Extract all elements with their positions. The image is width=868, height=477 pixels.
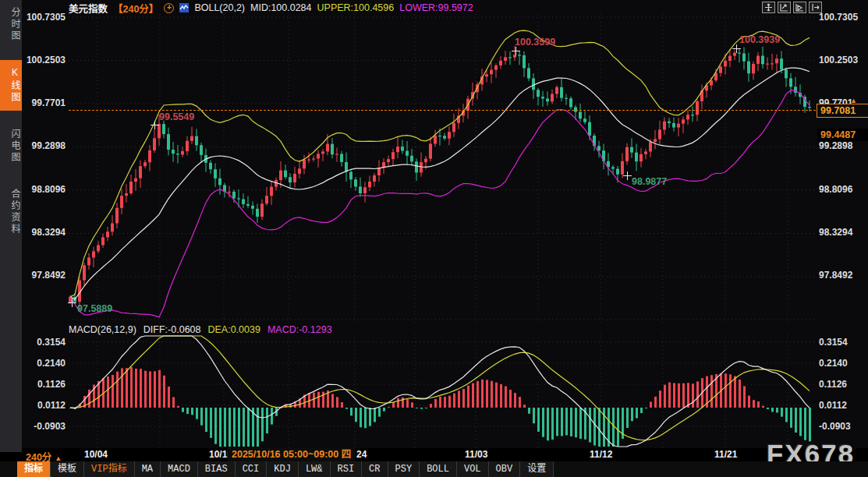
price-tick-left: 98.3294 xyxy=(22,227,66,238)
sidebar: 分时图K线图闪电图合约资料 xyxy=(0,0,22,452)
boll-lower-value: LOWER:99.5972 xyxy=(399,2,473,13)
period-badge[interactable]: 【240分】 xyxy=(113,1,158,16)
candlestick-plot[interactable] xyxy=(69,14,816,325)
current-price-label: 99.7081 xyxy=(817,104,868,118)
toolbar-item-VOL[interactable]: VOL xyxy=(457,461,489,477)
crosshair-marker-icon xyxy=(151,121,159,129)
chart-app: 分时图K线图闪电图合约资料 美元指数 【240分】 + BOLL(20,2) M… xyxy=(0,0,868,477)
price-tick-right: 97.8492 xyxy=(819,270,867,281)
secondary-price-label: 99.4487 xyxy=(817,129,868,141)
toolbar-item-模板[interactable]: 模板 xyxy=(51,461,84,477)
main-gridlines xyxy=(69,14,816,325)
toolbar-item-MACD[interactable]: MACD xyxy=(161,461,198,477)
boll-upper-value: UPPER:100.4596 xyxy=(317,2,395,13)
boll-lower-line xyxy=(70,90,810,317)
date-label: 11/12 xyxy=(590,449,612,460)
candles xyxy=(69,46,811,311)
date-label: 10/04 xyxy=(84,449,108,460)
price-tick-left: 97.8492 xyxy=(22,270,66,281)
toolbar-item-指标[interactable]: 指标 xyxy=(17,461,51,477)
toolbar-item-BIAS[interactable]: BIAS xyxy=(198,461,236,477)
price-tick-right: 100.2503 xyxy=(819,55,867,65)
price-tick-right: 0.0112 xyxy=(819,400,867,411)
price-annotation: 97.5889 xyxy=(77,303,112,314)
macd-diff-value: DIFF:-0.0608 xyxy=(143,324,201,335)
boll-mid-value: MID:100.0284 xyxy=(250,2,312,13)
toolbar-item-LW&[interactable]: LW& xyxy=(299,461,331,477)
macd-name: MACD(26,12,9) xyxy=(69,324,136,335)
price-tick-left: 0.3154 xyxy=(22,337,66,348)
crosshair-marker-icon xyxy=(68,299,76,307)
price-tick-right: 0.2140 xyxy=(819,358,867,369)
price-tick-left: 99.2898 xyxy=(22,140,66,151)
move-icon[interactable] xyxy=(762,2,775,13)
pan-axis-icon[interactable] xyxy=(793,2,806,13)
toolbar-item-MA[interactable]: MA xyxy=(135,461,161,477)
toolbar-item-BOLL[interactable]: BOLL xyxy=(420,461,457,477)
price-tick-left: 100.2503 xyxy=(22,55,66,65)
window-icons xyxy=(762,2,822,13)
link-circle-icon[interactable]: + xyxy=(164,3,174,13)
price-tick-right: 0.3154 xyxy=(819,337,867,348)
price-tick-left: 0.2140 xyxy=(22,358,66,369)
date-label: 11/21 xyxy=(714,449,737,460)
price-annotation: 99.5549 xyxy=(159,111,194,122)
sidebar-tab-4[interactable]: 合约资料 xyxy=(0,182,22,242)
date-label: 24 xyxy=(356,449,367,460)
price-tick-left: 98.8096 xyxy=(22,184,66,195)
time-range-tooltip: 2025/10/16 05:00~09:00 四 xyxy=(228,448,355,461)
macd-macd-value: MACD:-0.1293 xyxy=(267,324,332,335)
price-annotation: 98.9877 xyxy=(632,176,667,187)
macd-histogram xyxy=(69,367,811,447)
sidebar-tab-3[interactable]: 闪电图 xyxy=(0,122,22,171)
toolbar-item-KDJ[interactable]: KDJ xyxy=(267,461,299,477)
macd-header: MACD(26,12,9) DIFF:-0.0608 DEA:0.0039 MA… xyxy=(69,324,332,335)
zoom-axis-icon[interactable] xyxy=(778,2,791,13)
macd-dea-value: DEA:0.0039 xyxy=(207,324,260,335)
mini-chart-icon xyxy=(179,3,189,12)
toolbar-item-settings[interactable]: 设置 xyxy=(520,461,554,477)
current-price-line xyxy=(69,110,816,111)
date-label: 11/03 xyxy=(465,449,487,460)
toolbar-item-VIP指标[interactable]: VIP指标 xyxy=(84,461,135,477)
price-annotation: 100.3599 xyxy=(515,37,555,48)
crosshair-marker-icon xyxy=(623,171,632,180)
price-tick-left: -0.0903 xyxy=(22,421,66,432)
indicator-toolbar: 指标模板VIP指标MAMACDBIASCCIKDJLW&RSICRPSYBOLL… xyxy=(0,461,868,477)
chart-header: 美元指数 【240分】 + BOLL(20,2) MID:100.0284 UP… xyxy=(69,2,473,14)
price-tick-left: 0.1126 xyxy=(22,379,66,390)
macd-plot[interactable] xyxy=(69,334,816,448)
time-axis: 240分▲ 10/0410/152411/0311/1211/21 2025/1… xyxy=(0,448,868,461)
price-tick-right: 100.7305 xyxy=(819,12,867,23)
price-tick-right: 0.1126 xyxy=(819,379,867,390)
price-tick-left: 0.0112 xyxy=(22,400,66,411)
price-tick-right: 98.3294 xyxy=(819,227,867,238)
toolbar-item-OBV[interactable]: OBV xyxy=(489,461,521,477)
price-tick-right: 98.8096 xyxy=(819,184,867,195)
crosshair-marker-icon xyxy=(732,44,741,53)
toolbar-item-CR[interactable]: CR xyxy=(362,461,388,477)
price-tick-left: 100.7305 xyxy=(22,12,66,23)
symbol-name: 美元指数 xyxy=(69,1,108,16)
toolbar-item-RSI[interactable]: RSI xyxy=(331,461,363,477)
boll-label: BOLL(20,2) xyxy=(194,2,245,13)
price-tick-left: 99.7701 xyxy=(22,97,66,108)
price-tick-right: 99.2898 xyxy=(819,140,867,151)
price-tick-right: -0.0903 xyxy=(819,421,867,432)
sidebar-tab-2[interactable]: K线图 xyxy=(0,60,22,111)
toolbar-item-PSY[interactable]: PSY xyxy=(388,461,420,477)
price-annotation: 100.3939 xyxy=(739,34,780,45)
toolbar-item-CCI[interactable]: CCI xyxy=(236,461,267,477)
crosshair-marker-icon xyxy=(512,47,520,55)
shift-right-icon[interactable] xyxy=(809,2,822,13)
sidebar-tab-1[interactable]: 分时图 xyxy=(0,0,22,49)
